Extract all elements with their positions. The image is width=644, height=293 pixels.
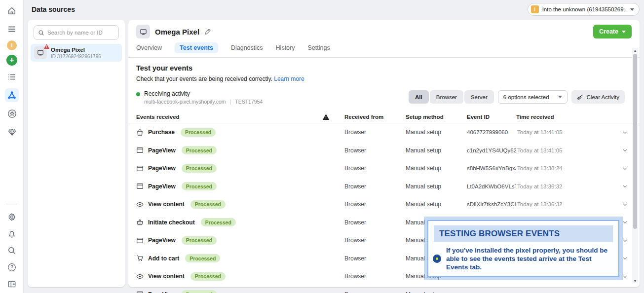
scrollbar-thumb[interactable]: [633, 54, 637, 229]
received-from-value: Browser: [344, 219, 406, 226]
received-from-value: Browser: [344, 183, 406, 190]
rail-divider: [6, 205, 17, 205]
highlight-dot-icon: [433, 255, 441, 263]
col-event-id: Event ID: [467, 114, 516, 120]
table-row[interactable]: View content Processed Browser Manual se…: [128, 195, 640, 214]
data-sources-panel: Omega Pixel ID 3172692492961796: [28, 20, 125, 287]
tab-history[interactable]: History: [276, 42, 295, 53]
events-manager-icon[interactable]: [5, 88, 19, 102]
filter-all-button[interactable]: All: [409, 90, 429, 104]
chevron-down-icon: [558, 96, 562, 98]
callout-title: TESTING BROWSER EVENTS: [434, 225, 613, 242]
tab-diagnostics[interactable]: Diagnostics: [231, 42, 263, 53]
left-nav-rail: I +: [0, 0, 24, 293]
filter-server-button[interactable]: Server: [464, 90, 494, 104]
received-from-value: Browser: [344, 165, 406, 172]
diamond-icon[interactable]: [5, 125, 19, 139]
receiving-activity: Receiving activity multi-facebook-pixel.…: [136, 90, 263, 105]
event-name: Add to cart: [148, 255, 179, 262]
window-icon: [136, 165, 144, 172]
col-received-from: Received from: [344, 114, 406, 120]
tab-settings[interactable]: Settings: [307, 42, 330, 53]
basket-icon: [136, 219, 144, 226]
sidebar-item-omega-pixel[interactable]: Omega Pixel ID 3172692492961796: [31, 44, 122, 62]
warning-icon: [44, 44, 49, 49]
status-badge: Processed: [185, 254, 220, 262]
receiving-activity-source: multi-facebook-pixel.myshopify.com|TEST1…: [144, 99, 263, 105]
event-id-value: c1n2yd1YS4UQy62u...: [467, 147, 516, 153]
clear-activity-icon: [577, 94, 584, 101]
account-switcher[interactable]: I Into the unknown (61943550269..: [528, 3, 640, 16]
filter-browser-button[interactable]: Browser: [430, 90, 463, 104]
help-icon[interactable]: [5, 260, 19, 274]
setup-method-value: Manual setup: [406, 183, 467, 190]
chevron-down-icon: [630, 8, 634, 11]
received-from-value: Browser: [344, 291, 406, 293]
search-icon[interactable]: [5, 244, 19, 257]
received-from-value: Browser: [344, 237, 406, 244]
search-box[interactable]: [34, 25, 119, 40]
event-id-value: Lt0A2dKWbO6VLsTyt...: [467, 183, 516, 189]
time-received-value: Today at 13:36:32: [516, 183, 610, 189]
pixel-title: Omega Pixel: [155, 28, 199, 36]
window-icon: [136, 291, 144, 293]
clear-activity-button[interactable]: Clear Activity: [571, 90, 625, 104]
time-received-value: Today at 13:36:32: [516, 201, 610, 207]
vertical-scrollbar[interactable]: ▲ ▼: [632, 48, 638, 283]
event-name: PageView: [148, 237, 176, 244]
settings-icon[interactable]: [5, 210, 19, 224]
pixel-name: Omega Pixel: [51, 47, 101, 53]
tab-test-events[interactable]: Test events: [175, 42, 218, 53]
status-badge: Processed: [182, 146, 217, 154]
star-icon[interactable]: [5, 107, 19, 120]
section-title: Test your events: [136, 64, 632, 72]
status-badge: Processed: [190, 272, 226, 281]
event-name: Initiate checkout: [148, 219, 195, 226]
table-row[interactable]: PageView Processed Browser Manual setup …: [128, 159, 640, 178]
account-avatar: I: [531, 5, 539, 13]
status-badge: Processed: [182, 182, 217, 190]
table-row[interactable]: PageView Processed Browser Manual setup: [128, 286, 640, 293]
table-row[interactable]: Purchase Processed Browser Manual setup …: [128, 123, 640, 142]
page-title: Data sources: [32, 5, 75, 13]
callout-body: If you've installed the pixel properly, …: [446, 246, 613, 271]
status-badge: Processed: [181, 128, 216, 137]
event-name: PageView: [148, 147, 176, 154]
search-input[interactable]: [47, 30, 112, 36]
pixel-icon: [136, 25, 150, 38]
list-icon[interactable]: [5, 70, 19, 84]
col-time-received: Time received: [516, 114, 610, 120]
avatar[interactable]: I: [7, 40, 17, 50]
window-icon: [136, 237, 144, 244]
event-id-value: sDlIXlr7tkshZcY3CLA...: [467, 201, 516, 207]
table-row[interactable]: PageView Processed Browser Manual setup …: [128, 142, 640, 160]
event-id-value: s8hHW5S6xYnBgxJX...: [467, 165, 516, 171]
table-row[interactable]: PageView Processed Browser Manual setup …: [128, 178, 640, 196]
received-from-value: Browser: [344, 201, 406, 208]
home-icon[interactable]: [5, 4, 19, 18]
collapse-sidebar-icon[interactable]: [5, 277, 19, 291]
testing-browser-events-callout: TESTING BROWSER EVENTS If you've install…: [427, 220, 619, 277]
edit-pencil-icon[interactable]: [204, 28, 211, 35]
create-button[interactable]: Create: [593, 25, 632, 38]
received-from-value: Browser: [344, 255, 406, 262]
eye-icon: [136, 201, 144, 208]
warning-icon: [323, 114, 344, 120]
setup-method-value: Manual setup: [406, 165, 467, 172]
scroll-up-arrow[interactable]: ▲: [632, 48, 638, 53]
search-icon: [38, 30, 44, 36]
menu-icon[interactable]: [5, 22, 19, 36]
scroll-down-arrow[interactable]: ▼: [632, 278, 638, 283]
event-name: PageView: [148, 183, 176, 190]
time-received-value: Today at 13:41:05: [516, 129, 610, 135]
time-received-value: Today at 13:41:05: [516, 147, 610, 153]
options-dropdown[interactable]: 6 options selected: [498, 90, 568, 104]
window-icon: [136, 183, 144, 190]
received-from-value: Browser: [344, 273, 406, 280]
notifications-icon[interactable]: [5, 227, 19, 241]
create-plus-icon[interactable]: +: [6, 55, 17, 66]
table-header: Events received Received from Setup meth…: [128, 110, 640, 123]
learn-more-link[interactable]: Learn more: [274, 75, 304, 82]
bag-icon: [136, 129, 144, 136]
tab-overview[interactable]: Overview: [136, 42, 162, 53]
